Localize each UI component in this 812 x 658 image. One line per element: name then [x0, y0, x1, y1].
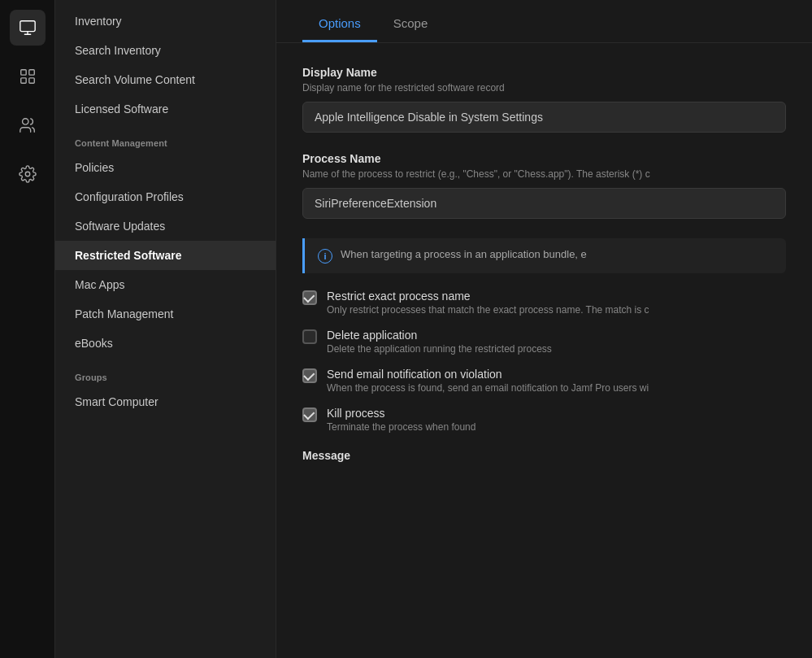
sidebar-item-configuration-profiles[interactable]: Configuration Profiles — [55, 182, 276, 211]
sidebar-item-software-updates[interactable]: Software Updates — [55, 211, 276, 241]
sidebar-item-patch-management[interactable]: Patch Management — [55, 299, 276, 329]
message-label: Message — [302, 449, 786, 462]
content-management-section: Content Management Policies Configuratio… — [55, 124, 276, 358]
svg-rect-5 — [20, 78, 25, 83]
settings-nav-icon[interactable] — [10, 156, 46, 192]
tab-scope[interactable]: Scope — [377, 3, 445, 42]
display-name-group: Display Name Display name for the restri… — [302, 66, 786, 133]
sidebar-item-smart-computer[interactable]: Smart Computer — [55, 387, 276, 416]
process-name-group: Process Name Name of the process to rest… — [302, 152, 786, 219]
inventory-section: Inventory Search Inventory Search Volume… — [55, 7, 276, 124]
delete-application-label: Delete application — [327, 329, 552, 342]
message-group: Message — [302, 449, 786, 462]
send-email-label: Send email notification on violation — [327, 368, 649, 381]
checkbox-group: Restrict exact process name Only restric… — [302, 290, 786, 433]
restrict-exact-label: Restrict exact process name — [327, 290, 649, 303]
svg-point-7 — [22, 119, 28, 124]
display-name-label: Display Name — [302, 66, 786, 79]
checkbox-row-restrict-exact: Restrict exact process name Only restric… — [302, 290, 786, 316]
send-email-sublabel: When the process is found, send an email… — [327, 382, 649, 394]
svg-rect-4 — [28, 70, 33, 75]
groups-header: Groups — [55, 358, 276, 387]
svg-rect-3 — [20, 70, 25, 75]
checkbox-row-delete-app: Delete application Delete the applicatio… — [302, 329, 786, 355]
restrict-exact-checkbox[interactable] — [302, 290, 317, 305]
sidebar-item-mac-apps[interactable]: Mac Apps — [55, 270, 276, 299]
info-callout-text: When targeting a process in an applicati… — [341, 248, 587, 260]
sidebar-item-search-inventory[interactable]: Search Inventory — [55, 36, 276, 65]
users-nav-icon[interactable] — [10, 107, 46, 143]
display-name-sublabel: Display name for the restricted software… — [302, 82, 786, 94]
process-name-sublabel: Name of the process to restrict (e.g., "… — [302, 168, 786, 180]
info-icon: i — [318, 249, 332, 264]
send-email-checkbox[interactable] — [302, 368, 317, 383]
svg-point-8 — [25, 172, 30, 176]
kill-process-checkbox[interactable] — [302, 407, 317, 422]
icon-bar — [0, 0, 55, 658]
kill-process-label: Kill process — [327, 407, 475, 420]
sidebar-item-inventory[interactable]: Inventory — [55, 7, 276, 36]
delete-application-sublabel: Delete the application running the restr… — [327, 343, 552, 355]
svg-rect-0 — [20, 21, 34, 32]
sidebar-item-restricted-software[interactable]: Restricted Software — [55, 241, 276, 270]
content-management-header: Content Management — [55, 124, 276, 153]
process-name-input[interactable] — [302, 188, 786, 219]
tab-bar: Options Scope — [302, 3, 786, 42]
main-content: Options Scope Display Name Display name … — [276, 0, 812, 658]
kill-process-sublabel: Terminate the process when found — [327, 421, 475, 433]
checkbox-row-kill-process: Kill process Terminate the process when … — [302, 407, 786, 433]
sidebar-item-licensed-software[interactable]: Licensed Software — [55, 94, 276, 124]
restrict-exact-sublabel: Only restrict processes that match the e… — [327, 304, 649, 316]
computer-nav-icon[interactable] — [10, 10, 46, 46]
form-content: Display Name Display name for the restri… — [276, 43, 812, 658]
dashboard-nav-icon[interactable] — [10, 59, 46, 94]
sidebar-item-policies[interactable]: Policies — [55, 153, 276, 182]
display-name-input[interactable] — [302, 102, 786, 133]
process-name-label: Process Name — [302, 152, 786, 165]
sidebar: Inventory Search Inventory Search Volume… — [55, 0, 276, 658]
tab-options[interactable]: Options — [302, 3, 377, 42]
main-header: Options Scope — [276, 0, 812, 43]
sidebar-item-search-volume-content[interactable]: Search Volume Content — [55, 65, 276, 94]
groups-section: Groups Smart Computer — [55, 358, 276, 416]
info-callout: i When targeting a process in an applica… — [302, 238, 786, 273]
checkbox-row-send-email: Send email notification on violation Whe… — [302, 368, 786, 394]
sidebar-item-ebooks[interactable]: eBooks — [55, 329, 276, 358]
svg-rect-6 — [28, 78, 33, 83]
delete-application-checkbox[interactable] — [302, 329, 317, 344]
